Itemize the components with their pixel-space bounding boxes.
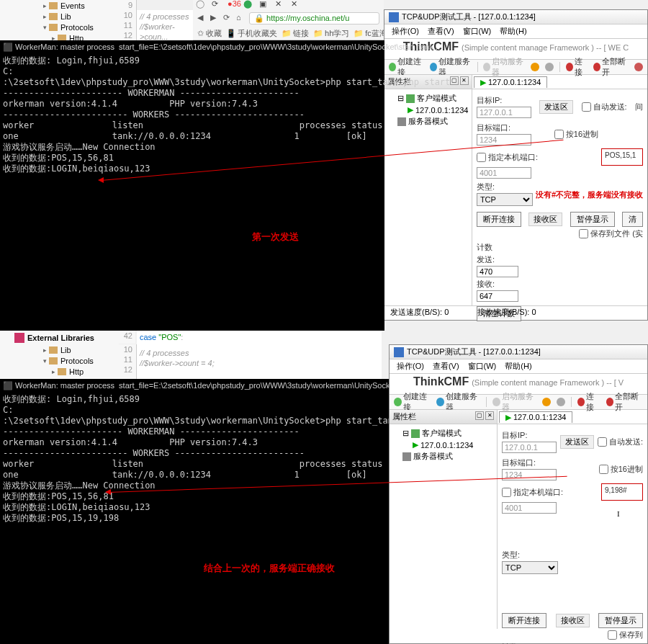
tcp-menubar[interactable]: 操作(O) 查看(V) 窗口(W) 帮助(H) <box>384 24 647 39</box>
annotation-first-send: 第一次发送 <box>252 231 299 243</box>
bookmarks-bar[interactable]: ✩ 收藏 📱手机收藏夹 📁链接 📁hh学习 📁fc蓝海 📁在线... <box>193 26 384 40</box>
tcp-toolbar: 创建连接 创建服务器 启动服务器 连接 全部断开 <box>384 59 647 75</box>
send-count[interactable] <box>477 266 518 277</box>
red-warning: 没有#不完整，服务端没有接收 <box>536 189 643 200</box>
tree-conn[interactable]: ▶127.0.0.1:1234 <box>387 104 469 115</box>
tree-server-mode[interactable]: 服务器模式 <box>387 115 469 128</box>
browser-top: ◯⟳●36⬤▣✕✕ ◀ ▶ ⟳ ⌂ 🔒 https://my.oschina.n… <box>193 0 384 40</box>
sidebar-close-icon[interactable]: ✕ <box>460 76 469 85</box>
local-port-checkbox[interactable] <box>477 153 486 162</box>
annotation-second: 结合上一次的，服务端正确接收 <box>204 562 335 575</box>
tree-events[interactable]: ▸Events <box>0 0 136 11</box>
menu-window[interactable]: 窗口(W) <box>463 26 492 37</box>
cursor-icon: ↖ <box>315 245 322 255</box>
disconnect-button[interactable]: 断开连接 <box>477 212 521 227</box>
terminal-bottom: ⬛ WorkerMan: master process start_file=E… <box>0 379 389 644</box>
menu-view[interactable]: 查看(V) <box>428 26 454 37</box>
clear-button[interactable]: 清 <box>622 212 643 227</box>
recv-msg-box-b <box>564 515 643 609</box>
tcp-tool-window-top: TCP&UDP测试工具 - [127.0.0.1:1234] 操作(O) 查看(… <box>384 9 648 321</box>
app-icon <box>389 12 399 22</box>
send-msg-box[interactable]: POS,15,1 <box>601 148 643 166</box>
library-icon <box>14 333 24 343</box>
toolbar-icon2[interactable] <box>545 63 554 71</box>
tree-protocols-b[interactable]: ▾Protocols <box>0 355 136 366</box>
cursor-icon: ↖ <box>58 383 65 393</box>
recv-count[interactable] <box>477 290 518 302</box>
target-port-input-b[interactable] <box>502 469 557 480</box>
send-msg-box-b[interactable]: 9,198# <box>601 483 643 501</box>
tcp-tool-window-bottom: TCP&UDP测试工具 - [127.0.0.1:1234] 操作(O) 查看(… <box>389 344 648 644</box>
target-port-label: 目标端口: <box>477 122 510 133</box>
target-ip-label: 目标IP: <box>477 95 502 106</box>
forward-icon[interactable]: ▶ <box>210 13 220 23</box>
caret-icon: I <box>617 509 624 519</box>
tree-lib-b[interactable]: ▸Lib <box>0 344 136 355</box>
menu-operation[interactable]: 操作(O) <box>392 26 419 37</box>
tree-http-b[interactable]: ▸Http <box>0 366 136 377</box>
external-libraries[interactable]: External Libraries <box>0 331 119 345</box>
send-area-label: 发送区 <box>539 100 573 114</box>
terminal-body-b[interactable]: 收到的数据: Login,fhjui,6589 C: :\2setsoft\1d… <box>0 393 389 644</box>
back-icon[interactable]: ◀ <box>197 13 207 23</box>
tcp-sidebar: 属性栏▢✕ ⊟客户端模式 ▶127.0.0.1:1234 服务器模式 <box>384 75 472 305</box>
cursor-icon: ↖ <box>338 119 345 129</box>
terminal-body[interactable]: 收到的数据: Login,fhjui,6589 C: :\2setsoft\1d… <box>0 54 384 331</box>
auto-send-checkbox[interactable] <box>582 102 591 112</box>
home-icon[interactable]: ⌂ <box>236 13 246 23</box>
toolbar-icon1[interactable] <box>531 63 539 71</box>
ide-gutter: 9101112 <box>117 0 135 40</box>
tree-protocols[interactable]: ▾Protocols <box>0 22 136 32</box>
address-bar[interactable]: 🔒 https://my.oschina.net/u <box>249 12 379 24</box>
save-checkbox[interactable] <box>579 229 588 238</box>
conn-tab[interactable]: ▶127.0.0.1:1234 <box>474 76 547 88</box>
menu-help[interactable]: 帮助(H) <box>500 26 526 37</box>
recv-area-label: 接收区 <box>528 213 562 226</box>
tree-client-mode[interactable]: ⊟客户端模式 <box>387 92 469 104</box>
reload-icon[interactable]: ⟳ <box>223 13 233 23</box>
tree-lib[interactable]: ▸Lib <box>0 11 136 22</box>
type-label: 类型: <box>477 182 495 192</box>
hex-checkbox[interactable] <box>554 130 564 139</box>
terminal-top: ⬛ WorkerMan: master process start_file=E… <box>0 40 384 328</box>
browser-tab-icons[interactable]: ◯⟳●36⬤▣✕✕ <box>193 0 384 10</box>
disconnect-button-b[interactable]: 断开连接 <box>502 613 546 628</box>
pause-button[interactable]: 暂停显示 <box>570 212 615 227</box>
tcp-titlebar[interactable]: TCP&UDP测试工具 - [127.0.0.1:1234] <box>384 10 647 24</box>
terminal-title: ⬛ WorkerMan: master process start_file=E… <box>0 40 384 54</box>
sidebar-pin-icon[interactable]: ▢ <box>450 76 459 85</box>
target-ip-input-b[interactable] <box>502 442 557 453</box>
local-port-input[interactable] <box>477 167 531 179</box>
target-ip-input[interactable] <box>477 107 531 118</box>
type-select[interactable]: TCP <box>477 193 533 206</box>
count-label: 计数 <box>477 242 492 253</box>
toolbar-del[interactable] <box>634 63 643 71</box>
